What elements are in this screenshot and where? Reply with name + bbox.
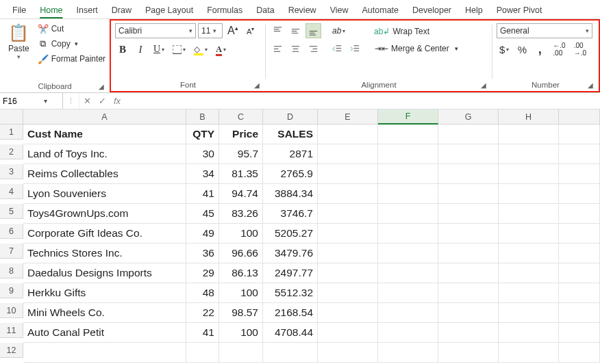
cell-sales[interactable]: 2168.54 bbox=[263, 303, 318, 323]
wrap-text-button[interactable]: ab↲Wrap Text bbox=[371, 25, 462, 38]
cell-name[interactable]: Daedalus Designs Imports bbox=[23, 263, 186, 283]
empty-cell[interactable] bbox=[438, 343, 499, 363]
row-header-12[interactable]: 12 bbox=[0, 343, 23, 358]
empty-cell[interactable] bbox=[438, 323, 499, 343]
dialog-launcher-icon[interactable]: ◢ bbox=[481, 81, 486, 89]
empty-cell[interactable] bbox=[378, 164, 438, 184]
cell-price[interactable]: 86.13 bbox=[219, 263, 263, 283]
name-box-input[interactable] bbox=[0, 95, 41, 107]
cell-price[interactable]: 81.35 bbox=[219, 164, 263, 184]
formula-bar-handle[interactable]: ⋮ bbox=[63, 93, 79, 109]
empty-cell[interactable] bbox=[559, 303, 600, 323]
cell-price[interactable]: 96.66 bbox=[219, 244, 263, 263]
header-cell[interactable]: Price bbox=[219, 125, 263, 144]
empty-cell[interactable] bbox=[559, 343, 600, 363]
align-left-button[interactable] bbox=[270, 41, 286, 56]
font-color-button[interactable]: A bbox=[213, 42, 229, 57]
align-middle-button[interactable] bbox=[288, 23, 303, 38]
menu-data[interactable]: Data bbox=[249, 3, 281, 18]
empty-cell[interactable] bbox=[318, 263, 378, 283]
row-header-2[interactable]: 2 bbox=[0, 144, 23, 159]
empty-cell[interactable] bbox=[378, 263, 438, 283]
column-header-G[interactable]: G bbox=[438, 109, 499, 125]
empty-cell[interactable] bbox=[318, 323, 378, 343]
empty-cell[interactable] bbox=[499, 263, 559, 283]
empty-cell[interactable] bbox=[499, 164, 559, 184]
align-top-button[interactable] bbox=[270, 23, 286, 38]
decrease-font-button[interactable]: A▾ bbox=[243, 23, 258, 38]
empty-cell[interactable] bbox=[559, 323, 600, 343]
cell-name[interactable]: Corporate Gift Ideas Co. bbox=[23, 224, 186, 244]
empty-cell[interactable] bbox=[499, 343, 559, 363]
row-header-10[interactable]: 10 bbox=[0, 303, 23, 318]
empty-cell[interactable] bbox=[438, 204, 499, 224]
formula-input[interactable] bbox=[125, 93, 600, 109]
empty-cell[interactable] bbox=[318, 184, 378, 204]
column-header-blank[interactable] bbox=[559, 109, 600, 125]
font-size-select[interactable]: 11▾ bbox=[198, 23, 223, 38]
align-bottom-button[interactable] bbox=[305, 23, 321, 38]
cell-sales[interactable]: 2497.77 bbox=[263, 263, 318, 283]
empty-cell[interactable] bbox=[318, 224, 378, 244]
column-header-A[interactable]: A bbox=[23, 109, 186, 125]
empty-cell[interactable] bbox=[378, 184, 438, 204]
row-header-6[interactable]: 6 bbox=[0, 224, 23, 239]
menu-draw[interactable]: Draw bbox=[105, 3, 138, 18]
menu-power-pivot[interactable]: Power Pivot bbox=[490, 3, 549, 18]
cell-sales[interactable]: 3479.76 bbox=[263, 244, 318, 263]
enter-formula-button[interactable]: ✓ bbox=[95, 93, 110, 109]
align-right-button[interactable] bbox=[305, 41, 321, 56]
empty-cell[interactable] bbox=[318, 204, 378, 224]
paste-button[interactable]: 📋 Paste ▾ bbox=[4, 22, 34, 62]
column-header-B[interactable]: B bbox=[186, 109, 219, 125]
row-header-11[interactable]: 11 bbox=[0, 323, 23, 338]
cell-qty[interactable]: 49 bbox=[186, 224, 219, 244]
select-all-corner[interactable] bbox=[0, 109, 23, 125]
cell-qty[interactable]: 36 bbox=[186, 244, 219, 263]
column-header-C[interactable]: C bbox=[219, 109, 263, 125]
empty-cell[interactable] bbox=[559, 283, 600, 303]
empty-cell[interactable] bbox=[438, 303, 499, 323]
decrease-indent-button[interactable] bbox=[329, 41, 345, 56]
dialog-launcher-icon[interactable]: ◢ bbox=[99, 83, 104, 90]
empty-cell[interactable] bbox=[499, 283, 559, 303]
menu-developer[interactable]: Developer bbox=[405, 3, 458, 18]
increase-indent-button[interactable] bbox=[347, 41, 363, 56]
cell-price[interactable]: 83.26 bbox=[219, 204, 263, 224]
borders-button[interactable] bbox=[170, 42, 188, 57]
empty-cell[interactable] bbox=[438, 125, 499, 144]
empty-cell[interactable] bbox=[499, 125, 559, 144]
empty-cell[interactable] bbox=[378, 204, 438, 224]
empty-cell[interactable] bbox=[438, 164, 499, 184]
column-header-E[interactable]: E bbox=[318, 109, 378, 125]
cell-sales[interactable]: 3884.34 bbox=[263, 184, 318, 204]
align-center-button[interactable] bbox=[288, 41, 303, 56]
column-header-D[interactable]: D bbox=[263, 109, 318, 125]
empty-cell[interactable] bbox=[318, 283, 378, 303]
increase-decimal-button[interactable]: ←.0.00 bbox=[550, 42, 568, 57]
cell-name[interactable]: Lyon Souveniers bbox=[23, 184, 186, 204]
cell-sales[interactable]: 2765.9 bbox=[263, 164, 318, 184]
empty-cell[interactable] bbox=[378, 144, 438, 164]
row-header-5[interactable]: 5 bbox=[0, 204, 23, 219]
empty-cell[interactable] bbox=[219, 343, 263, 363]
cell-name[interactable]: Land of Toys Inc. bbox=[23, 144, 186, 164]
cell-qty[interactable]: 41 bbox=[186, 184, 219, 204]
empty-cell[interactable] bbox=[378, 283, 438, 303]
cell-price[interactable]: 100 bbox=[219, 283, 263, 303]
name-box[interactable]: ▾ bbox=[0, 93, 63, 109]
cell-name[interactable]: Toys4GrownUps.com bbox=[23, 204, 186, 224]
cell-name[interactable]: Reims Collectables bbox=[23, 164, 186, 184]
merge-center-button[interactable]: ⇥⇤Merge & Center▾ bbox=[371, 42, 462, 55]
empty-cell[interactable] bbox=[438, 263, 499, 283]
copy-button[interactable]: ⧉Copy▾ bbox=[38, 38, 105, 49]
fill-color-button[interactable]: ◇ bbox=[191, 42, 210, 57]
empty-cell[interactable] bbox=[378, 244, 438, 263]
cell-sales[interactable]: 5205.27 bbox=[263, 224, 318, 244]
empty-cell[interactable] bbox=[378, 125, 438, 144]
accounting-format-button[interactable]: $ bbox=[497, 42, 512, 57]
cell-name[interactable]: Herkku Gifts bbox=[23, 283, 186, 303]
underline-button[interactable]: U bbox=[151, 42, 167, 57]
cell-qty[interactable]: 41 bbox=[186, 323, 219, 343]
cell-name[interactable]: Auto Canal Petit bbox=[23, 323, 186, 343]
